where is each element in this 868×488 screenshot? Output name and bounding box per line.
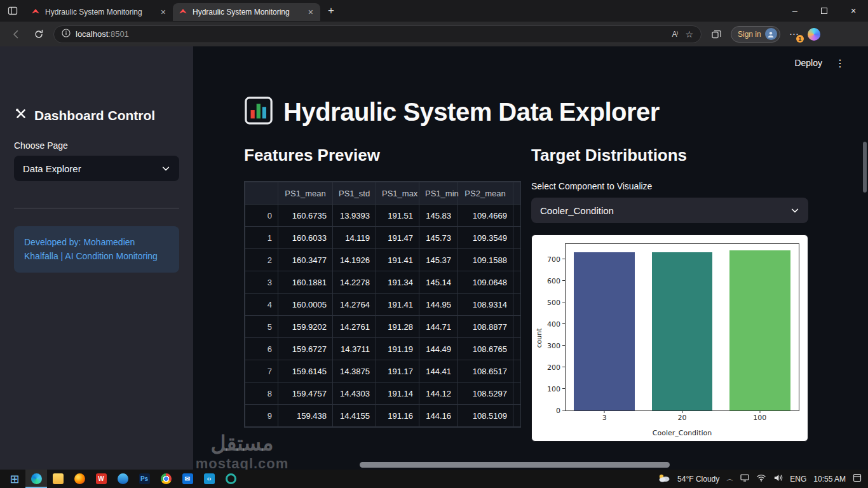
data-cell[interactable]: 144.12 (419, 383, 458, 405)
data-cell[interactable]: 108.8877 (458, 316, 513, 338)
column-header[interactable]: PS1_std (333, 182, 376, 205)
data-cell[interactable]: 145.73 (419, 227, 458, 249)
tray-expand-icon[interactable]: ︿ (726, 474, 733, 484)
data-cell[interactable]: 109.4669 (458, 205, 513, 227)
data-cell[interactable]: 145.14 (419, 271, 458, 294)
row-index-cell[interactable]: 8 (245, 383, 278, 405)
data-cell[interactable]: 159.438 (278, 405, 333, 427)
weather-text[interactable]: 54°F Cloudy (677, 475, 719, 484)
data-cell[interactable]: 14.4155 (333, 405, 376, 427)
wifi-icon[interactable] (756, 474, 766, 484)
data-cell[interactable]: 46 (513, 360, 522, 383)
row-index-cell[interactable]: 0 (245, 205, 278, 227)
tab-close-icon[interactable]: × (159, 7, 167, 17)
column-header[interactable]: PS1_mean (278, 182, 333, 205)
data-cell[interactable]: 144.71 (419, 316, 458, 338)
row-index-cell[interactable]: 5 (245, 316, 278, 338)
data-cell[interactable]: 159.4757 (278, 383, 333, 405)
deploy-button[interactable]: Deploy (794, 58, 822, 68)
data-cell[interactable]: 108.5297 (458, 383, 513, 405)
data-cell[interactable]: 14.3875 (333, 360, 376, 383)
mail-app-taskbar-button[interactable]: ✉ (177, 470, 198, 488)
data-cell[interactable]: 46 (513, 271, 522, 294)
browser-tab-active[interactable]: Hydraulic System Monitoring × (173, 3, 320, 21)
chrome-taskbar-button[interactable] (155, 470, 177, 488)
data-cell[interactable]: 108.6517 (458, 360, 513, 383)
data-cell[interactable]: 191.28 (376, 316, 419, 338)
data-cell[interactable]: 47 (513, 205, 522, 227)
column-header[interactable]: PS1_min (419, 182, 458, 205)
data-cell[interactable]: 145.83 (419, 205, 458, 227)
tab-actions-icon[interactable] (0, 6, 25, 16)
data-cell[interactable]: 144.41 (419, 360, 458, 383)
data-cell[interactable]: 108.9314 (458, 294, 513, 316)
network-icon[interactable] (740, 474, 749, 484)
row-index-cell[interactable]: 6 (245, 338, 278, 360)
tab-close-icon[interactable]: × (307, 7, 315, 17)
column-header[interactable]: PS2_mean (458, 182, 513, 205)
row-index-cell[interactable]: 7 (245, 360, 278, 383)
data-cell[interactable]: 191.41 (376, 294, 419, 316)
address-bar[interactable]: localhost :8501 A⁾ ☆ (53, 25, 702, 43)
data-cell[interactable]: 46 (513, 405, 522, 427)
data-cell[interactable]: 160.1881 (278, 271, 333, 294)
data-cell[interactable]: 191.51 (376, 205, 419, 227)
data-cell[interactable]: 159.9202 (278, 316, 333, 338)
maximize-button[interactable] (810, 0, 839, 22)
new-tab-button[interactable]: + (320, 4, 342, 17)
page-select[interactable]: Data Explorer (14, 156, 179, 181)
row-index-cell[interactable]: 4 (245, 294, 278, 316)
horizontal-scrollbar-thumb[interactable] (360, 462, 670, 468)
language-indicator[interactable]: ENG (790, 475, 806, 484)
data-cell[interactable]: 109.1588 (458, 249, 513, 271)
browser-menu-icon[interactable]: ⋯ 1 (787, 29, 801, 40)
collections-icon[interactable] (708, 26, 724, 43)
column-header[interactable] (245, 182, 278, 205)
data-cell[interactable]: 46 (513, 249, 522, 271)
sign-in-button[interactable]: Sign in (731, 26, 780, 43)
row-index-cell[interactable]: 3 (245, 271, 278, 294)
features-dataframe[interactable]: PS1_meanPS1_stdPS1_maxPS1_minPS2_meanPS … (244, 181, 521, 428)
copilot-icon[interactable] (808, 28, 820, 41)
data-cell[interactable]: 14.2278 (333, 271, 376, 294)
data-cell[interactable]: 191.16 (376, 405, 419, 427)
browser-tab-inactive[interactable]: Hydraulic System Monitoring × (25, 3, 173, 21)
data-cell[interactable]: 14.3711 (333, 338, 376, 360)
photoshop-taskbar-button[interactable]: Ps (133, 470, 155, 488)
row-index-cell[interactable]: 2 (245, 249, 278, 271)
data-cell[interactable]: 108.5109 (458, 405, 513, 427)
data-cell[interactable]: 160.6735 (278, 205, 333, 227)
data-cell[interactable]: 14.1926 (333, 249, 376, 271)
vscode-taskbar-button[interactable]: ‹› (198, 470, 220, 488)
start-menu-taskbar-button[interactable]: ⊞ (4, 470, 25, 488)
data-cell[interactable]: 14.2761 (333, 316, 376, 338)
data-cell[interactable]: 13.9393 (333, 205, 376, 227)
data-cell[interactable]: 109.0648 (458, 271, 513, 294)
data-cell[interactable]: 46 (513, 383, 522, 405)
firefox-taskbar-button[interactable] (69, 470, 90, 488)
vertical-scrollbar-thumb[interactable] (863, 142, 867, 193)
close-button[interactable]: × (839, 0, 868, 22)
data-cell[interactable]: 109.3549 (458, 227, 513, 249)
data-cell[interactable]: 14.119 (333, 227, 376, 249)
data-cell[interactable]: 160.6033 (278, 227, 333, 249)
data-cell[interactable]: 144.16 (419, 405, 458, 427)
edge-browser-taskbar-button[interactable] (25, 470, 47, 488)
data-cell[interactable]: 160.3477 (278, 249, 333, 271)
clock[interactable]: 10:55 AM (813, 475, 846, 484)
app-menu-icon[interactable]: ⋮ (835, 57, 845, 69)
site-info-icon[interactable] (62, 29, 71, 40)
component-select[interactable]: Cooler_Condition (531, 198, 808, 223)
data-cell[interactable]: 191.14 (376, 383, 419, 405)
data-cell[interactable]: 191.19 (376, 338, 419, 360)
data-cell[interactable]: 47 (513, 227, 522, 249)
minimize-button[interactable]: – (780, 0, 810, 22)
data-cell[interactable]: 191.41 (376, 249, 419, 271)
read-aloud-icon[interactable]: A⁾ (672, 30, 677, 39)
data-cell[interactable]: 191.34 (376, 271, 419, 294)
data-cell[interactable]: 46 (513, 316, 522, 338)
data-cell[interactable]: 144.95 (419, 294, 458, 316)
data-cell[interactable]: 159.6145 (278, 360, 333, 383)
data-cell[interactable]: 160.0005 (278, 294, 333, 316)
volume-icon[interactable] (773, 474, 783, 484)
